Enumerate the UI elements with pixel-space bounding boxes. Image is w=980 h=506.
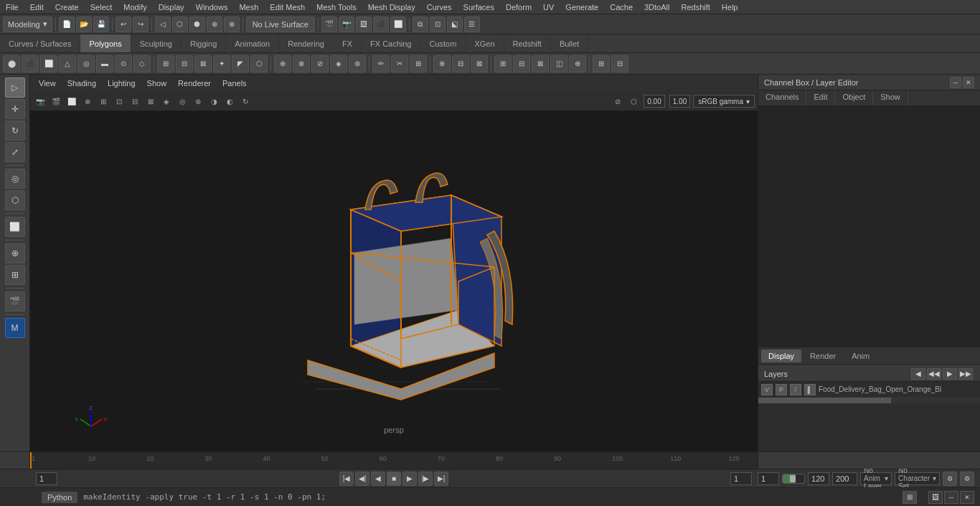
rotate-tool[interactable]: ↻ <box>5 121 25 141</box>
vp-ao-btn[interactable]: ◑ <box>207 94 221 108</box>
vp-shading2-btn[interactable]: ◎ <box>175 94 189 108</box>
scale-tool[interactable]: ⤢ <box>5 142 25 162</box>
cylinder-icon-btn[interactable]: ⬜ <box>40 55 57 72</box>
tab-polygons[interactable]: Polygons <box>80 34 131 52</box>
cb-tab-object[interactable]: Object <box>835 90 873 106</box>
stop-btn[interactable]: ■ <box>387 472 401 486</box>
insert-icon-btn[interactable]: ⊞ <box>410 55 427 72</box>
layer-scrollbar[interactable] <box>758 398 980 403</box>
playhead[interactable] <box>30 452 32 469</box>
vp-menu-shading[interactable]: Shading <box>65 78 99 89</box>
btab-anim[interactable]: Anim <box>844 350 877 362</box>
cleanup-icon-btn[interactable]: ⊠ <box>532 55 549 72</box>
layer-back2-btn[interactable]: ◀◀ <box>927 368 941 380</box>
vp-snap-btn[interactable]: ⊞ <box>96 94 110 108</box>
snap-tool[interactable]: ⊕ <box>5 243 25 263</box>
timeline-ruler[interactable]: 1 10 20 30 40 50 60 70 80 90 100 110 120 <box>30 452 758 469</box>
menu-uv[interactable]: UV <box>537 1 560 13</box>
window-icon-btn[interactable]: 🖼 <box>928 491 943 504</box>
redo-btn[interactable]: ↪ <box>133 17 149 32</box>
menu-display[interactable]: Display <box>153 1 190 13</box>
layer-type-btn[interactable]: / <box>790 384 801 395</box>
paint-btn[interactable]: ⬢ <box>189 17 205 32</box>
range-start-field[interactable]: 1 <box>758 472 779 485</box>
vp-menu-renderer[interactable]: Renderer <box>175 78 214 89</box>
snap1-btn[interactable]: ⊕ <box>207 17 222 32</box>
mirror-icon-btn[interactable]: ⊞ <box>494 55 512 72</box>
save-btn[interactable]: 💾 <box>93 17 109 32</box>
cut-icon-btn[interactable]: ✂ <box>391 55 408 72</box>
menu-create[interactable]: Create <box>50 1 85 13</box>
layer-edit-btn[interactable]: ▌ <box>804 384 816 395</box>
platonic-icon-btn[interactable]: ◇ <box>133 55 151 72</box>
shrink-icon-btn[interactable]: ⊟ <box>611 55 628 72</box>
tab-curves-surfaces[interactable]: Curves / Surfaces <box>0 34 80 52</box>
extrude-icon-btn[interactable]: ⊞ <box>157 55 174 72</box>
cube-icon-btn[interactable]: ⬛ <box>22 55 39 72</box>
vp-smooth-btn[interactable]: ⊠ <box>143 94 158 108</box>
menu-redshift[interactable]: Redshift <box>675 1 715 13</box>
range-slider[interactable] <box>782 474 805 484</box>
cb-tab-show[interactable]: Show <box>873 90 908 106</box>
render2-btn[interactable]: 📷 <box>339 17 354 32</box>
move-tool[interactable]: ✛ <box>5 99 25 119</box>
range-slider-thumb[interactable] <box>790 475 796 482</box>
workspace-dropdown[interactable]: Modeling ▾ <box>3 17 52 32</box>
anim-layer-dropdown[interactable]: No Anim Layer ▾ <box>860 472 892 485</box>
vp-menu-panels[interactable]: Panels <box>220 78 250 89</box>
vp-menu-lighting[interactable]: Lighting <box>105 78 138 89</box>
vp-film-btn[interactable]: 🎬 <box>49 94 63 108</box>
collapse-icon-btn[interactable]: ⊗ <box>293 55 310 72</box>
disc-icon-btn[interactable]: ⊙ <box>115 55 132 72</box>
exposure-field[interactable]: 1.00 <box>669 95 690 108</box>
menu-cache[interactable]: Cache <box>604 1 639 13</box>
vp-menu-show[interactable]: Show <box>144 78 170 89</box>
connect-icon-btn[interactable]: ⊛ <box>349 55 366 72</box>
tab-redshift[interactable]: Redshift <box>504 34 551 52</box>
menu-edit[interactable]: Edit <box>24 1 50 13</box>
display1-btn[interactable]: ⧉ <box>413 17 428 32</box>
colorspace-dropdown[interactable]: sRGB gamma ▾ <box>693 95 755 108</box>
lasso-tool[interactable]: ⬡ <box>5 190 25 210</box>
combine-icon-btn[interactable]: ⊕ <box>433 55 451 72</box>
vp-shading3-btn[interactable]: ⊛ <box>191 94 205 108</box>
wedge-icon-btn[interactable]: ◤ <box>232 55 249 72</box>
window-minimize-btn[interactable]: ─ <box>944 491 958 504</box>
max-end-field[interactable]: 200 <box>832 472 857 485</box>
smooth-icon-btn[interactable]: ⊘ <box>311 55 329 72</box>
boolean-icon-btn[interactable]: ⊠ <box>471 55 488 72</box>
snap2-btn[interactable]: ⊗ <box>224 17 240 32</box>
menu-file[interactable]: File <box>0 1 24 13</box>
tab-custom[interactable]: Custom <box>421 34 466 52</box>
step-back-btn[interactable]: ◀| <box>355 472 369 486</box>
menu-help[interactable]: Help <box>716 1 744 13</box>
append-icon-btn[interactable]: ⊠ <box>194 55 212 72</box>
layer-pickable-btn[interactable]: P <box>776 384 787 395</box>
menu-modify[interactable]: Modify <box>118 1 152 13</box>
layer-fwd2-btn[interactable]: ▶▶ <box>958 368 973 380</box>
anim-settings-btn[interactable]: ⚙ <box>960 472 974 486</box>
merge-icon-btn[interactable]: ⊕ <box>274 55 291 72</box>
menu-edit-mesh[interactable]: Edit Mesh <box>264 1 311 13</box>
layer-back-btn[interactable]: ◀ <box>911 368 925 380</box>
display2-btn[interactable]: ⊡ <box>430 17 446 32</box>
display3-btn[interactable]: ⬕ <box>447 17 463 32</box>
select-tool[interactable]: ▷ <box>5 78 25 98</box>
start-frame-field[interactable]: 1 <box>36 472 57 485</box>
sphere-icon-btn[interactable]: ⬤ <box>3 55 20 72</box>
window-close-btn[interactable]: ✕ <box>960 491 974 504</box>
python-expand-btn[interactable]: ⊞ <box>903 491 917 504</box>
menu-deform[interactable]: Deform <box>500 1 537 13</box>
tab-rigging[interactable]: Rigging <box>182 34 226 52</box>
render4-btn[interactable]: ⬛ <box>373 17 389 32</box>
menu-3dtoall[interactable]: 3DtoAll <box>639 1 675 13</box>
vp-display-btn[interactable]: ⬜ <box>65 94 79 108</box>
retopo-icon-btn[interactable]: ◫ <box>550 55 567 72</box>
vp-wireframe-btn[interactable]: ⊟ <box>128 94 142 108</box>
vp-camera-btn[interactable]: 📷 <box>33 94 47 108</box>
vp-dof-btn[interactable]: ◐ <box>222 94 237 108</box>
tab-bullet[interactable]: Bullet <box>551 34 589 52</box>
menu-mesh[interactable]: Mesh <box>233 1 264 13</box>
conform-icon-btn[interactable]: ⊟ <box>513 55 530 72</box>
end-frame-field[interactable]: 1 <box>730 472 752 485</box>
